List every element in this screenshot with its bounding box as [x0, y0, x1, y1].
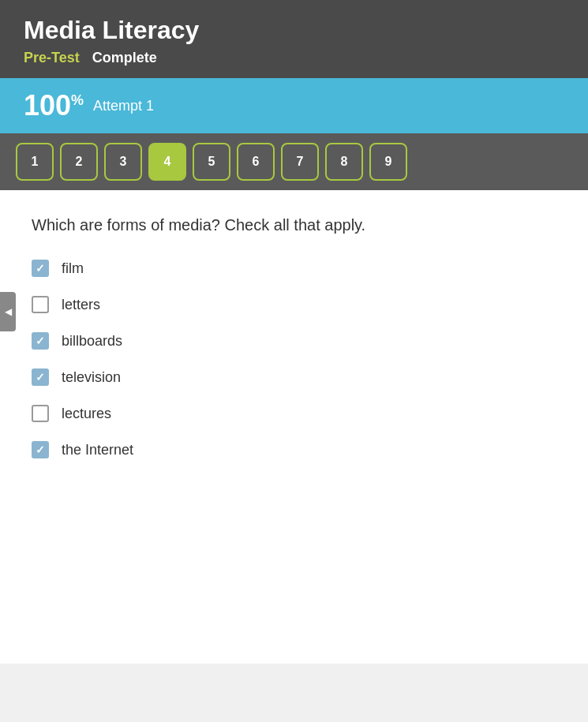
nav-btn-7[interactable]: 7	[281, 143, 319, 181]
checkbox-billboards[interactable]	[32, 332, 49, 350]
nav-btn-9[interactable]: 9	[369, 143, 407, 181]
attempt-label: Attempt 1	[93, 98, 154, 114]
nav-btn-4[interactable]: 4	[148, 143, 186, 181]
checkbox-television[interactable]	[32, 368, 49, 386]
nav-btn-2[interactable]: 2	[60, 143, 98, 181]
answer-option-television: television	[32, 368, 556, 386]
question-area: Which are forms of media? Check all that…	[0, 190, 588, 664]
answer-option-billboards: billboards	[32, 332, 556, 350]
checkbox-internet[interactable]	[32, 441, 49, 458]
answer-label-billboards: billboards	[62, 333, 122, 350]
answer-label-lectures: lectures	[62, 406, 111, 422]
score-percent: 100%	[24, 89, 84, 122]
nav-btn-5[interactable]: 5	[193, 143, 230, 181]
score-bar: 100% Attempt 1	[0, 78, 588, 133]
app-title: Media Literacy	[24, 16, 564, 45]
answer-option-internet: the Internet	[32, 441, 556, 458]
checkbox-lectures[interactable]	[32, 405, 49, 422]
question-text: Which are forms of media? Check all that…	[32, 214, 556, 236]
answer-label-television: television	[62, 369, 121, 386]
complete-label: Complete	[92, 50, 157, 66]
answer-label-film: film	[62, 260, 84, 277]
checkbox-film[interactable]	[32, 260, 49, 277]
nav-btn-8[interactable]: 8	[325, 143, 363, 181]
answer-label-letters: letters	[62, 297, 100, 313]
question-navigation: 1 2 3 4 5 6 7 8 9	[0, 133, 588, 190]
sidebar-toggle[interactable]	[0, 292, 16, 331]
answer-option-letters: letters	[32, 296, 556, 313]
header-meta: Pre-Test Complete	[24, 50, 564, 66]
nav-btn-6[interactable]: 6	[237, 143, 275, 181]
nav-btn-1[interactable]: 1	[16, 143, 54, 181]
answer-label-internet: the Internet	[62, 442, 133, 458]
answer-option-lectures: lectures	[32, 405, 556, 422]
checkbox-letters[interactable]	[32, 296, 49, 313]
answer-option-film: film	[32, 260, 556, 277]
pre-test-label: Pre-Test	[24, 50, 80, 66]
header: Media Literacy Pre-Test Complete	[0, 0, 588, 78]
nav-btn-3[interactable]: 3	[104, 143, 142, 181]
